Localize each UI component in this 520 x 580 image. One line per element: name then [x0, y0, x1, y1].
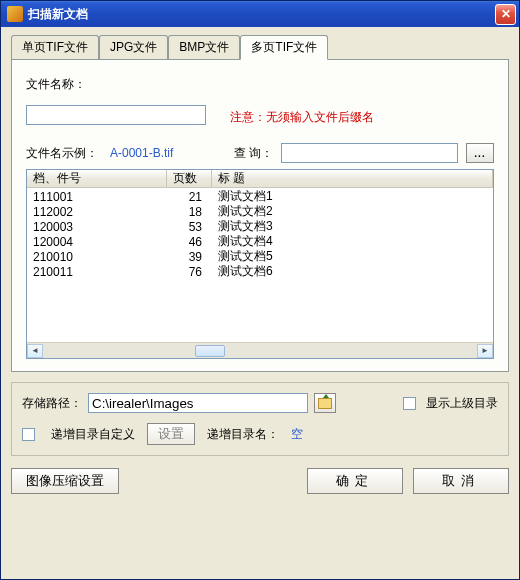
- storage-path-input[interactable]: [88, 393, 308, 413]
- ok-button[interactable]: 确定: [307, 468, 403, 494]
- query-browse-button[interactable]: ...: [466, 143, 494, 163]
- show-parent-label: 显示上级目录: [426, 395, 498, 412]
- storage-group: 存储路径： 显示上级目录 递增目录自定义 设置 递增目录名： 空: [11, 382, 509, 456]
- filename-input[interactable]: [26, 105, 206, 125]
- incremental-custom-checkbox[interactable]: [22, 428, 35, 441]
- listview-h-scrollbar[interactable]: ◄ ►: [27, 342, 493, 358]
- incremental-name-value: 空: [291, 426, 303, 443]
- tab-strip: 单页TIF文件 JPG文件 BMP文件 多页TIF文件: [11, 35, 509, 59]
- tab-panel-multi-tif: 文件名称： 注意：无须输入文件后缀名 文件名示例： A-0001-B.tif 查…: [11, 59, 509, 372]
- folder-up-icon: [318, 398, 332, 409]
- window-title: 扫描新文档: [28, 6, 495, 23]
- close-button[interactable]: ✕: [495, 4, 516, 25]
- tab-single-tif[interactable]: 单页TIF文件: [11, 35, 99, 59]
- incremental-set-button[interactable]: 设置: [147, 423, 195, 445]
- cancel-button[interactable]: 取消: [413, 468, 509, 494]
- scroll-track[interactable]: [43, 344, 477, 358]
- table-row[interactable]: 12000353测试文档3: [27, 219, 493, 234]
- cell-pages: 53: [167, 220, 212, 234]
- table-row[interactable]: 21001176测试文档6: [27, 264, 493, 279]
- cell-pages: 76: [167, 265, 212, 279]
- cell-pages: 46: [167, 235, 212, 249]
- listview-body: 11100121测试文档111200218测试文档212000353测试文档31…: [27, 188, 493, 342]
- col-header-id[interactable]: 档、件号: [27, 170, 167, 187]
- show-parent-checkbox[interactable]: [403, 397, 416, 410]
- cell-id: 120004: [27, 235, 167, 249]
- query-input[interactable]: [281, 143, 458, 163]
- file-listview[interactable]: 档、件号 页数 标 题 11100121测试文档111200218测试文档212…: [26, 169, 494, 359]
- query-label: 查 询：: [234, 145, 273, 162]
- filename-warning: 注意：无须输入文件后缀名: [230, 109, 374, 126]
- bottom-button-row: 图像压缩设置 确定 取消: [11, 468, 509, 494]
- app-icon: [7, 6, 23, 22]
- tab-bmp[interactable]: BMP文件: [168, 35, 240, 59]
- example-label: 文件名示例：: [26, 145, 98, 162]
- compress-settings-button[interactable]: 图像压缩设置: [11, 468, 119, 494]
- table-row[interactable]: 11100121测试文档1: [27, 189, 493, 204]
- cell-id: 111001: [27, 190, 167, 204]
- cell-id: 120003: [27, 220, 167, 234]
- scroll-left-arrow-icon[interactable]: ◄: [27, 344, 43, 358]
- col-header-pages[interactable]: 页数: [167, 170, 212, 187]
- table-row[interactable]: 12000446测试文档4: [27, 234, 493, 249]
- cell-pages: 39: [167, 250, 212, 264]
- table-row[interactable]: 11200218测试文档2: [27, 204, 493, 219]
- table-row[interactable]: 21001039测试文档5: [27, 249, 493, 264]
- titlebar: 扫描新文档 ✕: [1, 1, 519, 27]
- incremental-name-label: 递增目录名：: [207, 426, 279, 443]
- scroll-right-arrow-icon[interactable]: ►: [477, 344, 493, 358]
- dialog-window: 扫描新文档 ✕ 单页TIF文件 JPG文件 BMP文件 多页TIF文件 文件名称…: [0, 0, 520, 580]
- tab-multi-tif[interactable]: 多页TIF文件: [240, 35, 328, 60]
- tab-jpg[interactable]: JPG文件: [99, 35, 168, 59]
- storage-label: 存储路径：: [22, 395, 82, 412]
- example-value: A-0001-B.tif: [110, 146, 173, 160]
- scroll-thumb[interactable]: [195, 345, 225, 357]
- incremental-custom-label: 递增目录自定义: [51, 426, 135, 443]
- listview-header: 档、件号 页数 标 题: [27, 170, 493, 188]
- cell-pages: 18: [167, 205, 212, 219]
- cell-title: 测试文档6: [212, 263, 493, 280]
- cell-id: 210011: [27, 265, 167, 279]
- browse-folder-button[interactable]: [314, 393, 336, 413]
- cell-id: 112002: [27, 205, 167, 219]
- cell-pages: 21: [167, 190, 212, 204]
- cell-id: 210010: [27, 250, 167, 264]
- close-icon: ✕: [501, 7, 511, 21]
- col-header-title[interactable]: 标 题: [212, 170, 493, 187]
- client-area: 单页TIF文件 JPG文件 BMP文件 多页TIF文件 文件名称： 注意：无须输…: [1, 27, 519, 579]
- filename-label: 文件名称：: [26, 76, 86, 93]
